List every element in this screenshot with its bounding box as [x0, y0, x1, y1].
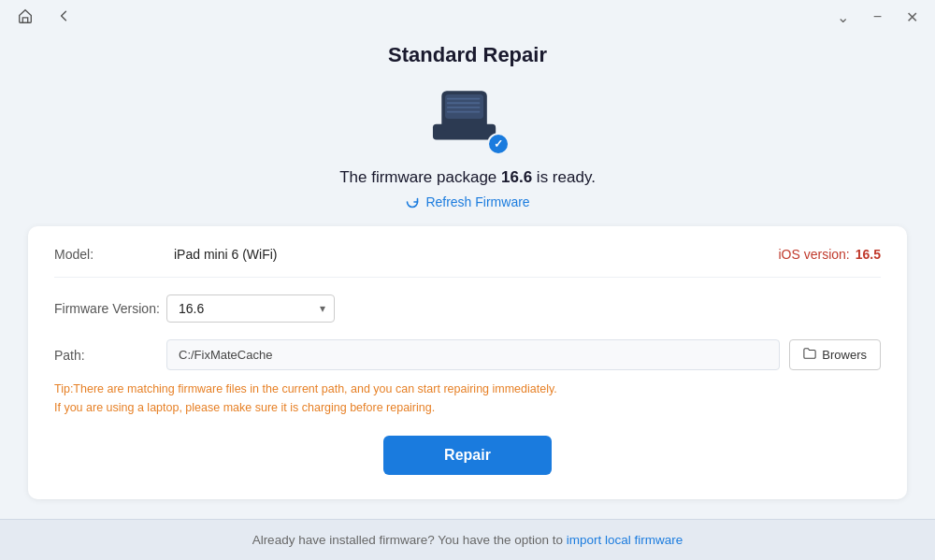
browse-button[interactable]: Browers [789, 339, 881, 370]
main-content: Standard Repair The firmware package 16.… [0, 34, 935, 519]
svg-rect-5 [447, 107, 480, 108]
device-icon-area [425, 80, 510, 155]
refresh-firmware-link[interactable]: Refresh Firmware [405, 194, 529, 209]
firmware-version-select-wrap: 16.6 16.5 16.4 ▾ [166, 294, 335, 323]
repair-button[interactable]: Repair [383, 436, 552, 475]
minimize-icon: − [873, 8, 882, 25]
ios-version-value: 16.5 [856, 247, 881, 262]
svg-rect-3 [447, 98, 480, 100]
title-bar: ⌄ − ✕ [0, 0, 935, 34]
firmware-version-row: Firmware Version: 16.6 16.5 16.4 ▾ [54, 294, 881, 323]
model-value: iPad mini 6 (WiFi) [174, 247, 277, 262]
home-icon [17, 7, 34, 27]
chevron-button[interactable]: ⌄ [831, 7, 855, 28]
close-icon: ✕ [906, 8, 918, 26]
title-bar-right: ⌄ − ✕ [831, 7, 924, 28]
back-button[interactable] [50, 7, 77, 28]
card-divider-1 [54, 277, 881, 278]
close-button[interactable]: ✕ [900, 7, 924, 28]
ios-version-label: iOS version: [779, 247, 850, 262]
model-label: Model: [54, 247, 166, 262]
folder-icon [803, 347, 816, 363]
firmware-version-select[interactable]: 16.6 16.5 16.4 [166, 294, 335, 323]
firmware-version-label: Firmware Version: [54, 301, 166, 316]
path-label: Path: [54, 348, 166, 363]
import-firmware-link[interactable]: import local firmware [567, 533, 683, 547]
page-title: Standard Repair [388, 43, 547, 67]
firmware-ready-text: The firmware package 16.6 is ready. [339, 168, 596, 187]
refresh-icon [405, 194, 420, 209]
model-ios-row: Model: iPad mini 6 (WiFi) iOS version: 1… [54, 247, 881, 262]
home-button[interactable] [11, 6, 39, 29]
chevron-down-icon: ⌄ [837, 8, 849, 26]
path-input[interactable] [166, 339, 780, 370]
tip-text: Tip:There are matching firmware files in… [54, 380, 881, 417]
svg-rect-6 [447, 111, 480, 113]
back-icon [56, 8, 71, 26]
title-bar-left [11, 6, 77, 29]
svg-rect-4 [447, 102, 480, 104]
footer: Already have installed firmware? You hav… [0, 519, 935, 560]
check-badge [487, 133, 510, 155]
minimize-button[interactable]: − [868, 7, 887, 27]
path-row: Path: Browers [54, 339, 881, 370]
device-info-card: Model: iPad mini 6 (WiFi) iOS version: 1… [28, 226, 907, 499]
